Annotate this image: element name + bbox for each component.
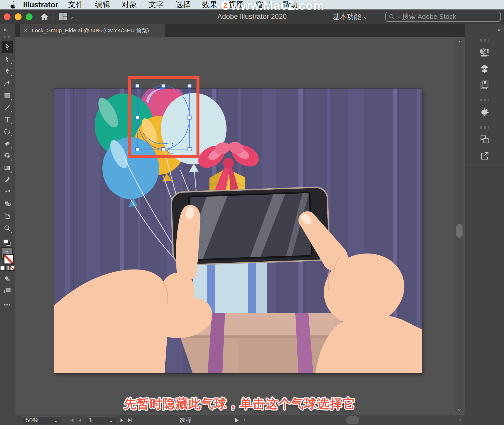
close-tab-icon[interactable]: × xyxy=(24,27,28,34)
shaper-icon xyxy=(4,152,11,159)
document-canvas[interactable]: ⌃ ⌄ xyxy=(15,37,465,415)
next-artboard-icon[interactable] xyxy=(119,417,125,423)
menu-app-name[interactable]: Illustrator xyxy=(23,1,58,9)
tool-direct-selection[interactable] xyxy=(2,53,13,65)
artboard-icon xyxy=(4,213,11,220)
collapse-panels-button[interactable]: ‹‹ xyxy=(498,27,500,33)
document-tab[interactable]: × Lock_Group_Hide.ai @ 50% (CMYK/GPU 预览) xyxy=(20,24,165,37)
horizontal-scrollbar[interactable]: ‹ › xyxy=(241,415,465,425)
export-panel-button[interactable] xyxy=(479,150,491,162)
panel-grip-handle[interactable] xyxy=(480,126,489,129)
fill-stroke-indicator[interactable]: ? xyxy=(1,247,14,265)
tool-paintbrush[interactable] xyxy=(2,102,13,113)
panel-section-shape xyxy=(465,97,504,124)
color-swatch-gradient[interactable] xyxy=(5,266,10,271)
tool-rotate[interactable] xyxy=(2,126,13,137)
status-display[interactable]: 选择 xyxy=(179,416,192,424)
last-artboard-icon[interactable] xyxy=(127,417,133,423)
shape-builder-icon xyxy=(4,201,11,208)
artboards-panel-button[interactable] xyxy=(479,133,491,146)
libraries-panel-button[interactable] xyxy=(479,79,491,91)
close-window-button[interactable] xyxy=(4,13,10,20)
tool-puppet-warp[interactable] xyxy=(2,186,13,198)
tool-artboard[interactable] xyxy=(2,210,13,222)
tool-gradient[interactable] xyxy=(2,162,13,174)
screen-mode-button[interactable] xyxy=(2,285,13,297)
previous-artboard-icon[interactable] xyxy=(77,417,83,423)
home-icon[interactable] xyxy=(40,12,49,21)
menu-select[interactable]: 选择 xyxy=(175,0,191,10)
tool-curvature[interactable] xyxy=(2,77,13,89)
artboard-number-field[interactable]: 1 ⌄ xyxy=(86,416,116,424)
chevron-down-icon: ⌄ xyxy=(54,417,58,423)
first-artboard-icon[interactable] xyxy=(69,417,75,423)
scroll-left-icon[interactable]: ‹ xyxy=(243,417,245,423)
artboard[interactable] xyxy=(54,89,422,373)
menu-window[interactable]: 窗口 xyxy=(256,0,271,10)
panel-grip-handle[interactable] xyxy=(480,39,489,42)
titlebar-divider xyxy=(54,12,54,21)
tool-shaper[interactable] xyxy=(2,150,13,162)
scroll-right-icon[interactable]: › xyxy=(459,417,461,423)
color-swatch-none[interactable] xyxy=(10,266,15,271)
menu-object[interactable]: 对象 xyxy=(122,0,137,10)
swap-fill-stroke-icon[interactable] xyxy=(3,239,12,247)
tool-eraser[interactable] xyxy=(2,138,13,149)
chevron-down-icon: ⌄ xyxy=(363,14,368,20)
apple-icon[interactable] xyxy=(10,1,17,9)
menu-view[interactable]: 视图 xyxy=(229,0,244,10)
shape-properties-icon xyxy=(480,108,489,117)
stroke-none-swatch[interactable] xyxy=(3,254,14,265)
type-icon xyxy=(4,116,11,123)
export-icon xyxy=(480,151,489,160)
draw-modes-button[interactable] xyxy=(2,273,13,285)
shape-properties-panel-button[interactable] xyxy=(479,106,491,118)
tool-type[interactable] xyxy=(2,114,13,125)
search-icon xyxy=(388,13,395,20)
selection-handles[interactable] xyxy=(136,84,191,151)
tool-zoom[interactable] xyxy=(2,222,13,234)
properties-panel-button[interactable] xyxy=(479,46,491,58)
zoom-window-button[interactable] xyxy=(26,13,33,20)
arrange-documents-icon[interactable] xyxy=(59,13,67,21)
layers-panel-button[interactable] xyxy=(479,63,491,75)
panel-grip-handle[interactable] xyxy=(480,99,489,101)
expand-tools-button[interactable]: ›› xyxy=(0,24,6,34)
chevron-down-icon[interactable]: ⌄ xyxy=(70,14,74,20)
status-options-icon[interactable] xyxy=(235,418,239,423)
scroll-up-icon[interactable]: ⌃ xyxy=(455,40,463,46)
vertical-scrollbar-thumb[interactable] xyxy=(456,224,463,238)
paintbrush-icon xyxy=(4,104,11,111)
tools-grip-handle[interactable] xyxy=(3,36,12,38)
selected-path-outline[interactable] xyxy=(137,86,190,149)
menu-effect[interactable]: 效果 xyxy=(202,0,217,10)
minimize-window-button[interactable] xyxy=(15,13,22,20)
vertical-scrollbar[interactable]: ⌃ ⌄ xyxy=(455,39,463,412)
menu-help[interactable]: 帮助 xyxy=(282,0,298,10)
horizontal-scrollbar-thumb[interactable] xyxy=(346,416,359,424)
eraser-icon xyxy=(4,140,11,147)
panel-section-artboards xyxy=(465,124,504,168)
screen-mode-icon xyxy=(4,288,11,294)
artboards-icon xyxy=(480,135,489,144)
menu-edit[interactable]: 编辑 xyxy=(95,0,110,10)
zoom-level-select[interactable]: 50% ⌄ xyxy=(23,416,61,424)
menu-type[interactable]: 文字 xyxy=(149,0,164,10)
zoom-level-value: 50% xyxy=(26,417,38,424)
tool-shape-builder[interactable] xyxy=(2,198,13,210)
titlebar-divider xyxy=(323,12,323,21)
selection-arrow-icon xyxy=(4,44,11,50)
tool-eyedropper[interactable] xyxy=(2,174,13,186)
adobe-stock-search-input[interactable]: ⌄ 搜索 Adobe Stock xyxy=(385,12,501,22)
color-swatch-white[interactable] xyxy=(0,266,5,271)
tool-selection[interactable] xyxy=(2,41,13,53)
tool-pen[interactable] xyxy=(2,65,13,77)
workspace-switcher[interactable]: 基本功能 ⌄ xyxy=(333,12,368,22)
balloon-highlight-path xyxy=(146,89,165,103)
toolbar-divider xyxy=(2,237,13,237)
panel-dock: ‹‹ xyxy=(465,24,504,425)
tool-rectangle[interactable] xyxy=(2,90,13,101)
more-options-button[interactable]: ••• xyxy=(4,302,11,308)
menu-file[interactable]: 文件 xyxy=(68,0,83,10)
app-title-bar: ⌄ Adobe Illustrator 2020 基本功能 ⌄ ⌄ 搜索 Ado… xyxy=(0,9,504,24)
